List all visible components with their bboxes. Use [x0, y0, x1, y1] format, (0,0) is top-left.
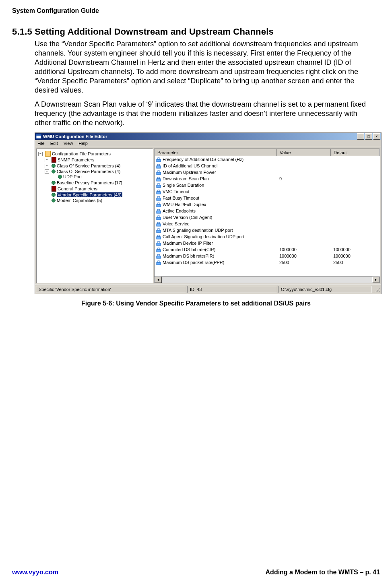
expand-icon[interactable]: + [45, 158, 49, 162]
maximize-button[interactable]: □ [365, 133, 372, 140]
parameter-icon [156, 182, 161, 188]
list-row[interactable]: VMC Timeout [155, 188, 380, 195]
list-row[interactable]: Maximum Device IP Filter [155, 240, 380, 246]
minimize-button[interactable]: _ [357, 133, 364, 140]
list-row[interactable]: Commited DS bit rate(CIR)10000001000000 [155, 246, 380, 253]
parameter-default: 2500 [332, 260, 380, 265]
menu-file[interactable]: File [37, 141, 45, 146]
parameter-icon [156, 195, 161, 201]
tree-item[interactable]: Modem Capabilities (5) [45, 198, 153, 203]
svg-rect-23 [157, 224, 161, 226]
menu-view[interactable]: View [64, 141, 73, 146]
page-footer: www.vyyo.com Adding a Modem to the WMTS … [12, 569, 380, 576]
list-row[interactable]: ID of Additional US Channel [155, 163, 380, 169]
tree-item[interactable]: Baseline Privacy Parameters [17] [45, 180, 153, 185]
svg-rect-17 [157, 204, 161, 207]
status-description: Specific 'Vendor Specific information' [36, 286, 186, 293]
svg-rect-3 [157, 159, 161, 162]
footer-page: Adding a Modem to the WMTS – p. 41 [266, 569, 380, 576]
tree-item-label: Baseline Privacy Parameters [17] [57, 180, 122, 185]
tree-item[interactable]: Vendor Specific Parameters (43) [45, 192, 153, 197]
list-row[interactable]: Maximum DS packet rate(PPR)25002500 [155, 259, 380, 266]
list-row[interactable]: Call Agent Signaling destination UDP por… [155, 233, 380, 240]
parameter-icon [156, 208, 161, 214]
expand-icon[interactable]: + [45, 164, 49, 168]
collapse-icon[interactable]: − [38, 152, 43, 156]
footer-link[interactable]: www.vyyo.com [12, 569, 58, 576]
scroll-right-icon[interactable]: ► [372, 277, 380, 283]
list-row[interactable]: Frequency of Additional DS Channel (Hz) [155, 156, 380, 163]
list-row[interactable]: Duet Version (Call Agent) [155, 214, 380, 221]
parameter-icon [156, 169, 161, 175]
resize-grip-icon[interactable] [372, 286, 380, 293]
list-row[interactable]: Single Scan Duration [155, 182, 380, 188]
parameter-default [332, 159, 380, 160]
parameter-name: Frequency of Additional DS Channel (Hz) [163, 157, 243, 162]
statusbar: Specific 'Vendor Specific information' I… [35, 285, 381, 294]
folder-icon [45, 151, 51, 157]
list-row[interactable]: Maximum DS bit rate(PIR)10000001000000 [155, 253, 380, 259]
parameter-name: Single Scan Duration [163, 183, 204, 188]
header-default[interactable]: Default [331, 149, 380, 156]
scroll-track[interactable] [162, 277, 372, 283]
list-row[interactable]: Active Endpoints [155, 208, 380, 214]
parameter-default: 1000000 [332, 253, 380, 259]
parameter-icon [156, 189, 161, 194]
scroll-left-icon[interactable]: ◄ [155, 277, 162, 283]
list-panel: Parameter Value Default Frequency of Add… [154, 149, 380, 283]
parameter-name: Downstream Scan Plan [163, 176, 209, 181]
tree-item[interactable]: General Parameters [45, 186, 153, 192]
parameter-icon [156, 221, 161, 227]
tree-item[interactable]: +SNMP Parameters [45, 157, 153, 163]
tree-item-label: SNMP Parameters [58, 157, 95, 162]
tree-item[interactable]: −Class Of Service Parameters (4) [45, 169, 153, 174]
parameter-name: Fast Busy Timeout [163, 196, 199, 200]
close-button[interactable]: × [373, 133, 380, 140]
svg-rect-28 [157, 241, 160, 243]
parameter-name: Maximum DS packet rate(PPR) [163, 260, 224, 265]
parameter-value [278, 204, 332, 205]
list-row[interactable]: MTA Signaling destination UDP port [155, 227, 380, 233]
tree-item[interactable]: UDP Port [51, 174, 82, 179]
header-value[interactable]: Value [277, 149, 331, 156]
figure-caption: Figure 5-6: Using Vendor Specific Parame… [12, 300, 380, 307]
list-row[interactable]: Fast Busy Timeout [155, 195, 380, 201]
list-row[interactable]: Downstream Scan Plan9 [155, 175, 380, 182]
parameter-icon [156, 176, 161, 182]
svg-rect-35 [157, 262, 161, 265]
parameter-value [278, 172, 332, 173]
header-parameter[interactable]: Parameter [155, 149, 277, 156]
list-header: Parameter Value Default [155, 149, 380, 156]
parameter-value [278, 210, 332, 211]
tree-root[interactable]: − Configuration File Parameters [38, 151, 151, 157]
parameter-icon [156, 240, 161, 246]
svg-rect-19 [157, 211, 161, 213]
menu-help[interactable]: Help [78, 141, 88, 146]
parameter-default [332, 243, 380, 244]
collapse-icon[interactable]: − [45, 169, 49, 174]
tree-item-label: Vendor Specific Parameters (43) [57, 192, 122, 197]
svg-rect-30 [157, 248, 160, 250]
parameter-value [278, 159, 332, 160]
parameter-value: 9 [278, 176, 332, 182]
list-row[interactable]: WMU Half/Full Duplex [155, 201, 380, 208]
svg-rect-11 [157, 185, 161, 188]
parameter-default [332, 236, 380, 237]
parameter-default [332, 230, 380, 231]
list-row[interactable]: Voice Service [155, 221, 380, 227]
module-icon [52, 157, 56, 163]
parameter-value: 1000000 [278, 247, 332, 252]
tree-item[interactable]: +Class Of Service Parameters (4) [45, 163, 153, 168]
svg-rect-25 [157, 230, 161, 233]
list-row[interactable]: Maximum Upstream Power [155, 169, 380, 175]
parameter-default [332, 165, 380, 166]
svg-rect-21 [157, 217, 161, 220]
parameter-value [278, 230, 332, 231]
svg-rect-27 [157, 237, 161, 239]
horizontal-scrollbar[interactable]: ◄ ► [155, 276, 380, 283]
svg-rect-15 [157, 198, 161, 200]
menu-edit[interactable]: Edit [50, 141, 58, 146]
parameter-value [278, 217, 332, 218]
parameter-icon [156, 227, 161, 233]
content-area: − Configuration File Parameters +SNMP Pa… [35, 147, 381, 285]
